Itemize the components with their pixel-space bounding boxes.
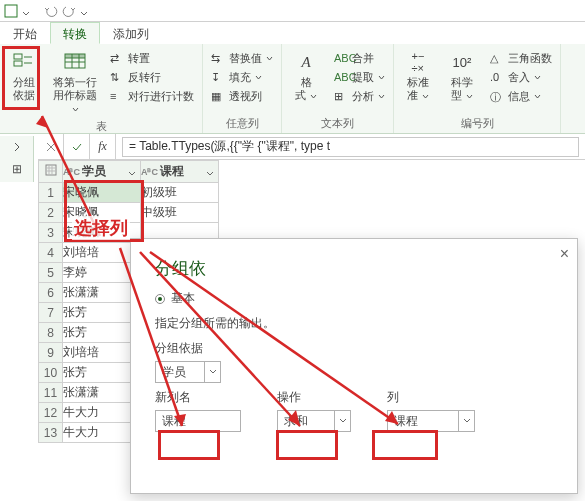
basic-radio[interactable] [155,294,165,304]
select-all-corner[interactable] [39,161,63,183]
row-header[interactable]: 7 [39,303,63,323]
dialog-description: 指定分组所需的输出。 [155,315,275,332]
column-combo[interactable]: 课程 [387,410,475,432]
format-button[interactable]: A 格式 [286,48,326,105]
row-header[interactable]: 6 [39,283,63,303]
scientific-button[interactable]: 10² 科学型 [442,48,482,105]
table-headers-icon [63,50,87,74]
svg-rect-1 [14,54,22,59]
round-icon: .0 [490,71,504,85]
parse-button[interactable]: ⊞分析 [330,88,389,105]
row-header[interactable]: 8 [39,323,63,343]
transpose-icon: ⇄ [110,52,124,66]
extract-icon: ABC [334,71,348,85]
basic-radio-label: 基本 [171,290,195,307]
info-icon: ⓘ [490,90,504,104]
round-button[interactable]: .0舍入 [486,69,556,86]
cell[interactable]: 初级班 [141,183,219,203]
row-header[interactable]: 11 [39,383,63,403]
group-label-number: 编号列 [461,114,494,133]
column-label: 列 [387,389,475,406]
formula-cancel[interactable] [38,134,64,160]
cell[interactable]: 张芳 [63,323,141,343]
format-icon: A [294,50,318,74]
cell[interactable]: 刘培培 [63,343,141,363]
cell[interactable]: 李婷 [63,263,141,283]
scientific-icon: 10² [450,50,474,74]
formula-input[interactable]: = Table.TTypes(源,{{"学 {"课程", type t [122,137,579,157]
pivot-button[interactable]: ▦透视列 [207,88,277,105]
reverse-icon: ⇅ [110,71,124,85]
trig-icon: △ [490,52,504,66]
chevron-down-icon [458,411,474,431]
column-header-2[interactable]: AᴮC课程 [141,161,219,183]
newcol-input[interactable]: 课程 [155,410,241,432]
redo-icon[interactable] [62,4,76,18]
cell[interactable]: 牛大力 [63,403,141,423]
merge-icon: ABC [334,52,348,66]
trig-button[interactable]: △三角函数 [486,50,556,67]
group-by-combo[interactable]: 学员 [155,361,221,383]
group-by-field-label: 分组依据 [155,340,553,357]
col2-filter-icon[interactable] [206,167,214,181]
standard-button[interactable]: +−÷× 标准准 [398,48,438,105]
tab-home[interactable]: 开始 [0,22,50,44]
row-header[interactable]: 13 [39,423,63,443]
undo-icon[interactable] [44,4,58,18]
first-row-label2: 用作标题 [53,89,97,101]
svg-rect-3 [65,54,85,58]
replace-values-button[interactable]: ⇆替换值 [207,50,277,67]
qat-more[interactable] [80,7,88,15]
reverse-rows-button[interactable]: ⇅反转行 [106,69,198,86]
standard-icon: +−÷× [406,50,430,74]
qat-menu[interactable] [22,7,30,15]
cell[interactable]: 中级班 [141,203,219,223]
row-header[interactable]: 4 [39,243,63,263]
chevron-down-icon [334,411,350,431]
cell[interactable]: 张芳 [63,303,141,323]
row-header[interactable]: 10 [39,363,63,383]
row-header[interactable]: 5 [39,263,63,283]
row-header[interactable]: 9 [39,343,63,363]
newcol-label: 新列名 [155,389,241,406]
fill-button[interactable]: ↧填充 [207,69,277,86]
count-rows-button[interactable]: ≡对行进行计数 [106,88,198,105]
cell[interactable]: 张芳 [63,363,141,383]
operation-combo[interactable]: 求和 [277,410,351,432]
group-by-label2: 依据 [13,89,35,101]
count-icon: ≡ [110,90,124,104]
fill-icon: ↧ [211,71,225,85]
extract-button[interactable]: ABC提取 [330,69,389,86]
cell[interactable]: 刘培培 [63,243,141,263]
svg-rect-0 [5,5,17,17]
merge-button[interactable]: ABC合并 [330,50,389,67]
parse-icon: ⊞ [334,90,348,104]
transpose-button[interactable]: ⇄转置 [106,50,198,67]
tab-transform[interactable]: 转换 [50,22,100,44]
formula-fx[interactable]: fx [90,134,116,160]
group-label-textcol: 文本列 [321,114,354,133]
group-by-button[interactable]: 分组依据 [4,48,44,117]
formula-confirm[interactable] [64,134,90,160]
formula-bar: fx = Table.TTypes(源,{{"学 {"课程", type t [38,134,585,160]
column-header-1[interactable]: AᴮC学员 [63,161,141,183]
group-label-anycol: 任意列 [226,114,259,133]
row-header[interactable]: 1 [39,183,63,203]
dialog-close-button[interactable]: × [560,245,569,263]
row-header[interactable]: 2 [39,203,63,223]
ribbon-tabs: 开始 转换 添加列 [0,22,585,44]
cell[interactable]: 张潇潇 [63,383,141,403]
row-header[interactable]: 3 [39,223,63,243]
info-button[interactable]: ⓘ信息 [486,88,556,105]
queries-pane-collapsed[interactable]: ⊞ [0,136,34,182]
group-by-dialog: × 分组依 基本 指定分组所需的输出。 分组依据 学员 新列名 课程 操作 求和… [130,238,578,494]
cell[interactable]: 张潇潇 [63,283,141,303]
row-header[interactable]: 12 [39,403,63,423]
col1-filter-icon[interactable] [128,167,136,181]
expand-pane-icon [12,142,22,152]
cell[interactable]: 宋晓佩 [63,183,141,203]
tab-addcolumn[interactable]: 添加列 [100,22,162,44]
svg-rect-5 [46,165,56,175]
cell[interactable]: 牛大力 [63,423,141,443]
use-first-row-headers-button[interactable]: 将第一行用作标题 [48,48,102,117]
